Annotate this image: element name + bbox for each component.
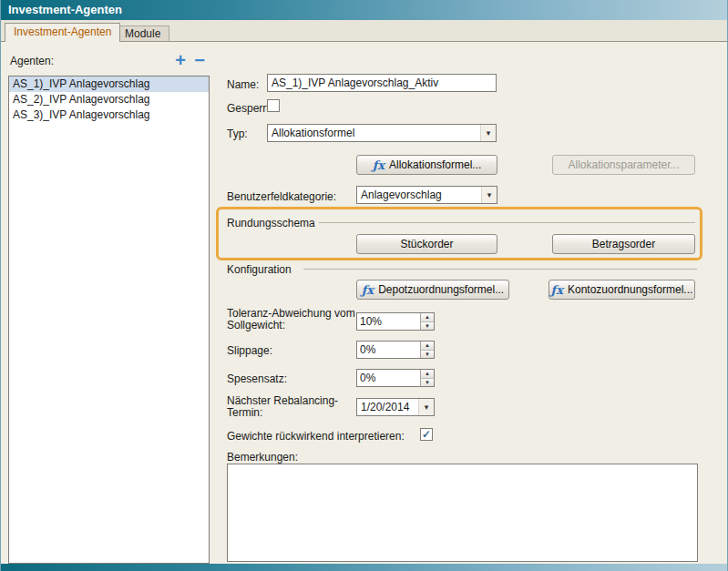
- tab-module[interactable]: Module: [116, 25, 169, 41]
- spesensatz-input[interactable]: [357, 370, 420, 386]
- spesensatz-label: Spesensatz:: [227, 372, 287, 385]
- toleranz-up-button[interactable]: ▲: [421, 313, 434, 322]
- spesensatz-down-button[interactable]: ▼: [421, 379, 434, 387]
- rebalancing-date-select[interactable]: 1/20/2014 ▾: [356, 398, 435, 416]
- allokationsparameter-button: Allokationsparameter...: [552, 155, 695, 175]
- kontozuordnungsformel-button[interactable]: ƒx Kontozuordnungsformel...: [549, 280, 695, 300]
- plus-icon: +: [175, 50, 186, 70]
- agents-label: Agenten:: [10, 55, 54, 67]
- type-select-value: Allokationsformel: [268, 127, 480, 139]
- stueckorder-button[interactable]: Stückorder: [356, 234, 497, 254]
- depotzuordnungsformel-button[interactable]: ƒx Depotzuordnungsformel...: [356, 280, 509, 300]
- benutzerfeldkategorie-label: Benutzerfeldkategorie:: [227, 190, 336, 203]
- chevron-down-icon: ▾: [481, 187, 497, 203]
- window-title: Investment-Agenten: [8, 3, 122, 16]
- chevron-down-icon: ▾: [480, 125, 496, 141]
- add-agent-button[interactable]: +: [172, 53, 189, 69]
- type-select[interactable]: Allokationsformel ▾: [267, 124, 497, 142]
- slippage-spin-buttons: ▲ ▼: [420, 342, 434, 358]
- toleranz-input[interactable]: [357, 313, 420, 330]
- gewichte-label: Gewichte rückwirkend interpretieren:: [227, 430, 405, 443]
- investment-agents-window: Investment-Agenten Module Investment-Age…: [0, 0, 728, 571]
- benutzerfeldkategorie-select[interactable]: Anlagevorschlag ▾: [356, 186, 497, 204]
- formula-icon: ƒx: [362, 284, 374, 296]
- allokationsformel-button-label: Allokationsformel...: [389, 158, 481, 171]
- spesensatz-spin-buttons: ▲ ▼: [420, 370, 434, 386]
- check-icon: ✓: [422, 429, 431, 440]
- toleranz-spin-buttons: ▲ ▼: [420, 313, 434, 330]
- title-bar: Investment-Agenten: [1, 0, 727, 20]
- toleranz-label: Toleranz-Abweichung vom Sollgewicht:: [227, 308, 356, 331]
- slippage-down-button[interactable]: ▼: [421, 351, 434, 359]
- betragsorder-button[interactable]: Betragsorder: [552, 234, 695, 254]
- betragsorder-button-label: Betragsorder: [592, 238, 655, 250]
- list-item-agent-3[interactable]: AS_3)_IVP Anlagevorschlag: [9, 107, 209, 123]
- chevron-down-icon: ▾: [418, 399, 434, 415]
- slippage-input[interactable]: [357, 342, 420, 358]
- name-input[interactable]: [267, 74, 497, 92]
- formula-icon: ƒx: [373, 159, 385, 171]
- formula-icon: ƒx: [551, 284, 563, 296]
- slippage-label: Slippage:: [227, 344, 272, 357]
- type-label: Typ:: [227, 127, 248, 140]
- rebalancing-label: Nächster Rebalancing-Termin:: [227, 395, 356, 419]
- up-arrow-icon: ▲: [425, 371, 430, 376]
- name-label: Name:: [227, 78, 259, 91]
- down-arrow-icon: ▼: [425, 323, 430, 329]
- minus-icon: −: [194, 50, 205, 70]
- list-item-agent-2[interactable]: AS_2)_IVP Anlagevorschlag: [9, 92, 209, 107]
- bemerkungen-label: Bemerkungen:: [227, 451, 298, 464]
- toleranz-down-button[interactable]: ▼: [421, 322, 434, 331]
- gewichte-checkbox[interactable]: ✓: [420, 428, 433, 441]
- rundungsschema-label: Rundungsschema: [227, 217, 315, 229]
- allokationsformel-button[interactable]: ƒx Allokationsformel...: [356, 155, 497, 175]
- locked-checkbox[interactable]: [267, 99, 280, 112]
- down-arrow-icon: ▼: [425, 352, 430, 357]
- spesensatz-up-button[interactable]: ▲: [421, 370, 434, 379]
- up-arrow-icon: ▲: [425, 342, 430, 348]
- benutzerfeldkategorie-select-value: Anlagevorschlag: [357, 189, 481, 201]
- slippage-up-button[interactable]: ▲: [421, 342, 434, 351]
- rebalancing-date-value: 1/20/2014: [357, 401, 418, 413]
- konfiguration-label: Konfiguration: [227, 263, 292, 276]
- up-arrow-icon: ▲: [425, 314, 430, 320]
- down-arrow-icon: ▼: [425, 380, 430, 385]
- list-item-agent-1[interactable]: AS_1)_IVP Anlagevorschlag: [9, 76, 209, 92]
- agents-list: AS_1)_IVP Anlagevorschlag AS_2)_IVP Anla…: [8, 76, 210, 564]
- bemerkungen-textarea[interactable]: [227, 464, 698, 562]
- konfiguration-separator: [303, 269, 697, 270]
- depotzuordnungsformel-button-label: Depotzuordnungsformel...: [378, 283, 504, 296]
- kontozuordnungsformel-button-label: Kontozuordnungsformel...: [568, 283, 692, 296]
- spesensatz-spinner: ▲ ▼: [356, 369, 435, 387]
- toleranz-spinner: ▲ ▼: [356, 312, 435, 331]
- tab-investment-agenten[interactable]: Investment-Agenten: [5, 23, 120, 42]
- rundungsschema-separator: [319, 222, 695, 223]
- remove-agent-button[interactable]: −: [191, 53, 208, 69]
- locked-label: Gesperrt:: [227, 102, 272, 115]
- bottom-bar: [1, 564, 727, 571]
- allokationsparameter-button-label: Allokationsparameter...: [568, 158, 679, 171]
- slippage-spinner: ▲ ▼: [356, 341, 435, 359]
- stueckorder-button-label: Stückorder: [400, 238, 453, 250]
